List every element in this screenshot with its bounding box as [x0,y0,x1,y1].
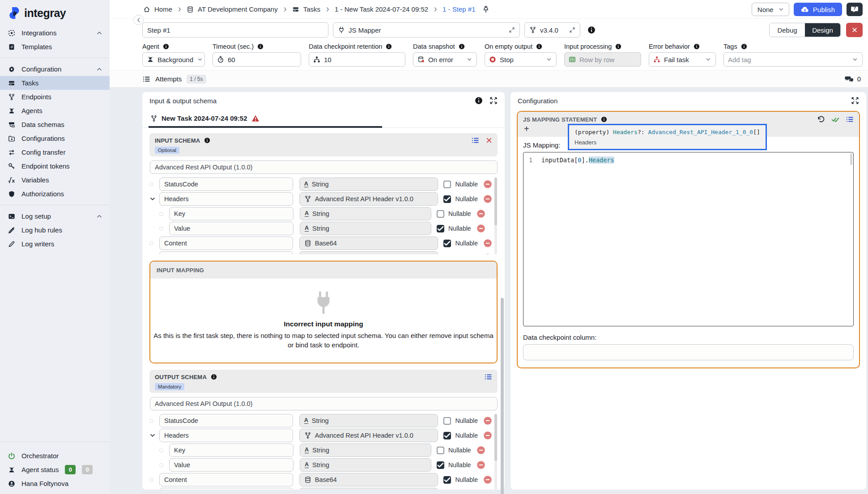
data-checkpoint-retention-input[interactable]: 10 [309,52,405,67]
sidebar-item-data-schemas[interactable]: Data schemas [0,118,110,131]
collapse-row-icon[interactable] [149,196,156,202]
remove-field-button[interactable] [483,239,492,248]
close-step-button[interactable] [846,23,863,37]
tab-new-task[interactable]: New Task 2024-07-24 09:52 [149,109,382,127]
remove-field-button[interactable] [483,431,492,440]
sidebar-item-endpoint-tokens[interactable]: Endpoint tokens [0,159,110,173]
maximize-icon[interactable] [851,97,859,105]
breadcrumb-step[interactable]: 1 - Step #1 [443,5,475,13]
nullable-checkbox[interactable]: Nullable [437,210,471,218]
field-type-select[interactable]: AString [299,251,438,254]
field-type-select[interactable]: AString [300,207,431,220]
info-icon[interactable] [694,43,700,50]
info-icon[interactable] [475,97,483,105]
remove-field-button[interactable] [483,253,492,254]
nullable-checkbox[interactable]: Nullable [437,461,471,469]
remove-field-button[interactable] [477,224,485,233]
list-icon[interactable] [846,115,854,123]
environment-select[interactable]: None [752,3,789,16]
sidebar-item-variables[interactable]: Variables [0,173,110,187]
brand[interactable]: integray [0,4,110,26]
field-name-input[interactable]: ContentText [159,488,293,490]
nullable-checkbox[interactable]: Nullable [443,254,478,255]
comments-control[interactable]: 0 [845,75,861,84]
field-name-input[interactable]: Value [169,458,294,472]
error-behavior-select[interactable]: Fail task [649,52,716,67]
collapse-row-icon[interactable] [149,432,156,439]
info-icon[interactable] [204,137,210,144]
nullable-checkbox[interactable]: Nullable [443,417,478,425]
nullable-checkbox[interactable]: Nullable [443,476,478,484]
remove-field-button[interactable] [477,446,485,455]
sidebar-item-agents[interactable]: Agents [0,104,110,118]
field-name-input[interactable]: StatusCode [159,177,293,191]
nullable-checkbox[interactable]: Nullable [443,240,478,247]
info-icon[interactable] [163,43,169,50]
timeout-sec--input[interactable]: 60 [213,52,301,67]
remove-schema-icon[interactable] [486,137,492,144]
expand-icon[interactable] [509,27,515,33]
breadcrumb-task[interactable]: 1 - New Task 2024-07-24 09:52 [335,5,428,13]
field-name-input[interactable]: Value [169,222,294,235]
nullable-checkbox[interactable]: Nullable [443,432,478,439]
scrollbar[interactable] [494,177,497,254]
info-icon[interactable] [459,43,465,50]
design-tab[interactable]: Design [805,23,840,37]
add-statement-button[interactable]: + [523,123,533,136]
expand-icon[interactable] [569,27,575,33]
breadcrumb-tasks[interactable]: Tasks [303,5,320,13]
scrollbar-thumb[interactable] [501,298,504,494]
sidebar-item-log-setup[interactable]: Log setup [0,209,110,223]
field-type-select[interactable]: AString [300,458,431,472]
help-button[interactable]: ? [847,3,863,16]
nullable-checkbox[interactable]: Nullable [443,181,478,188]
field-type-select[interactable]: AString [299,177,438,191]
field-name-input[interactable]: Headers [159,429,293,442]
step-name-input[interactable]: Step #1 [142,22,328,38]
sidebar-item-config-transfer[interactable]: Config transfer [0,145,110,159]
debug-tab[interactable]: Debug [770,23,805,37]
sidebar-item-tasks[interactable]: Tasks [0,76,110,90]
remove-field-button[interactable] [483,416,492,425]
sidebar-item-agent-status[interactable]: Agent status00 [0,463,110,477]
version-select[interactable]: v3.4.0 [524,22,580,38]
info-icon[interactable] [257,43,264,50]
field-name-input[interactable]: Headers [159,192,293,206]
field-type-select[interactable]: AString [300,222,431,235]
remove-field-button[interactable] [483,180,492,189]
field-type-select[interactable]: Advanced Rest API Header v1.0.0 [299,192,438,206]
tags-select[interactable]: Add tag [723,52,863,67]
field-type-select[interactable]: Base64 [299,473,438,486]
info-icon[interactable] [211,374,217,380]
field-type-select[interactable]: Base64 [299,236,438,250]
maximize-icon[interactable] [489,97,498,105]
editor-scrollbar[interactable] [850,153,852,165]
remove-field-button[interactable] [483,475,492,484]
field-type-select[interactable]: Advanced Rest API Header v1.0.0 [299,429,438,442]
input-schema-name-select[interactable]: Advanced Rest API Output (1.0.0) [150,160,498,174]
field-name-input[interactable]: StatusCode [159,414,293,427]
sidebar-item-log-hub-rules[interactable]: Log hub rules [0,223,110,237]
field-name-input[interactable]: Key [169,443,294,457]
sidebar-item-templates[interactable]: Templates [0,40,110,54]
info-icon[interactable] [601,116,607,122]
remove-field-button[interactable] [477,209,485,218]
output-schema-name-select[interactable]: Advanced Rest API Output (1.0.0) [150,397,498,410]
field-type-select[interactable]: AString [299,414,438,427]
sidebar-item-configuration[interactable]: Configuration [0,62,110,76]
nullable-checkbox[interactable]: Nullable [437,447,471,454]
sidebar-item-endpoints[interactable]: Endpoints [0,90,110,104]
checkpoint-column-input[interactable] [523,344,854,360]
publish-button[interactable]: Publish [794,3,842,16]
breadcrumb-company[interactable]: AT Development Company [198,5,278,13]
on-empty-output-select[interactable]: Stop [485,52,557,67]
sidebar-item-integrations[interactable]: Integrations [0,26,110,40]
connector-select[interactable]: JS Mapper [333,22,520,38]
scrollbar[interactable] [494,414,497,490]
info-icon[interactable] [587,26,596,34]
field-name-input[interactable]: Content [159,236,293,250]
sidebar-item-hana-foltynova[interactable]: Hana Foltynova [0,477,110,490]
chevron-up-icon[interactable] [96,30,102,36]
nullable-checkbox[interactable]: Nullable [437,225,471,232]
list-icon[interactable] [471,136,479,144]
